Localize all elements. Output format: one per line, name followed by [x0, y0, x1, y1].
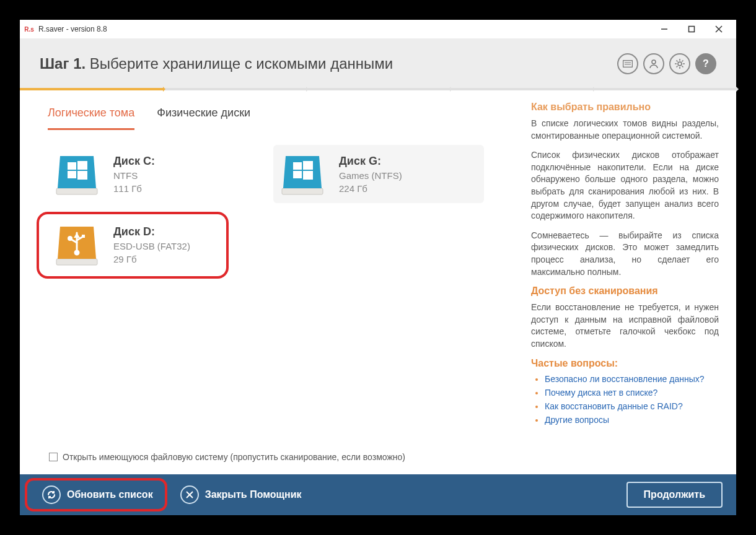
close-button[interactable] — [705, 20, 732, 38]
svg-rect-19 — [77, 161, 87, 170]
disk-grid: Диск C: NTFS 111 Гб Д — [48, 145, 525, 274]
disk-name: Диск G: — [339, 155, 402, 168]
svg-rect-25 — [293, 171, 302, 178]
help-paragraph: Список физических дисков отображает подк… — [531, 149, 719, 222]
refresh-icon — [42, 485, 61, 504]
svg-rect-22 — [282, 188, 323, 194]
disk-size: 224 Гб — [339, 183, 402, 194]
drive-windows-icon — [278, 151, 327, 197]
disk-item-g[interactable]: Диск G: Games (NTFS) 224 Гб — [273, 145, 484, 203]
disk-item-c[interactable]: Диск C: NTFS 111 Гб — [48, 145, 258, 203]
svg-rect-17 — [56, 188, 97, 194]
continue-label: Продолжить — [644, 489, 705, 500]
open-filesystem-checkbox[interactable]: Открыть имеющуюся файловую систему (проп… — [48, 448, 525, 468]
svg-rect-26 — [303, 171, 313, 180]
refresh-label: Обновить список — [67, 489, 153, 500]
license-icon[interactable] — [617, 53, 638, 74]
minimize-button[interactable] — [651, 20, 678, 38]
drive-windows-icon — [53, 151, 101, 197]
faq-link[interactable]: Другие вопросы — [545, 415, 719, 425]
svg-rect-27 — [56, 259, 97, 265]
content-area: Логические тома Физические диски — [20, 90, 736, 474]
progress-strip — [20, 88, 736, 90]
disk-fs: NTFS — [113, 170, 155, 181]
svg-rect-21 — [77, 171, 87, 180]
disk-fs: ESD-USB (FAT32) — [113, 241, 190, 251]
svg-line-13 — [677, 61, 678, 62]
maximize-button[interactable] — [678, 20, 705, 38]
help-heading-faq: Частые вопросы: — [531, 358, 719, 369]
disk-fs: Games (NTFS) — [339, 170, 402, 181]
close-label: Закрыть Помощник — [205, 489, 302, 500]
svg-rect-31 — [82, 235, 85, 238]
faq-link[interactable]: Как восстановить данные с RAID? — [545, 401, 719, 411]
svg-rect-1 — [689, 27, 695, 32]
svg-point-7 — [652, 60, 656, 64]
help-paragraph: Сомневаетесь — выбирайте из списка физич… — [531, 230, 719, 278]
app-icon: R.s — [24, 24, 35, 35]
help-heading-howto: Как выбрать правильно — [531, 102, 719, 113]
tab-logical-volumes[interactable]: Логические тома — [48, 102, 134, 130]
left-panel: Логические тома Физические диски — [48, 102, 525, 468]
svg-line-15 — [682, 61, 683, 62]
svg-point-29 — [75, 251, 79, 254]
disk-name: Диск C: — [113, 155, 155, 168]
svg-rect-24 — [303, 161, 313, 170]
svg-point-30 — [69, 237, 72, 240]
step-header: Шаг 1. Выберите хранилище с искомыми дан… — [20, 38, 736, 88]
titlebar: R.s R.saver - version 8.8 — [20, 20, 736, 38]
checkbox-icon — [49, 453, 58, 461]
window-title: R.saver - version 8.8 — [38, 25, 107, 33]
svg-rect-23 — [293, 162, 302, 170]
help-paragraph: В списке логических томов видны разделы,… — [531, 118, 719, 142]
tabs: Логические тома Физические диски — [48, 102, 525, 130]
help-sidebar: Как выбрать правильно В списке логически… — [525, 102, 719, 468]
faq-link[interactable]: Безопасно ли восстановление данных? — [545, 374, 719, 384]
footer-bar: Обновить список Закрыть Помощник Продолж… — [20, 474, 736, 515]
drive-usb-icon — [53, 222, 101, 268]
continue-button[interactable]: Продолжить — [626, 482, 723, 508]
help-heading-noscan: Доступ без сканирования — [531, 285, 719, 297]
disk-size: 111 Гб — [113, 183, 155, 194]
checkbox-label: Открыть имеющуюся файловую систему (проп… — [63, 452, 405, 462]
disk-size: 29 Гб — [113, 254, 190, 264]
tab-physical-disks[interactable]: Физические диски — [157, 102, 250, 130]
gear-icon[interactable] — [669, 53, 690, 74]
svg-rect-18 — [68, 162, 76, 170]
faq-list: Безопасно ли восстановление данных? Поче… — [531, 374, 719, 425]
svg-point-8 — [678, 62, 682, 66]
help-icon[interactable]: ? — [695, 53, 716, 74]
app-window: R.s R.saver - version 8.8 Шаг 1. Выберит… — [20, 20, 736, 515]
help-paragraph: Если восстановление не требуется, и нуже… — [531, 302, 719, 350]
svg-line-16 — [677, 66, 678, 67]
disk-item-d[interactable]: Диск D: ESD-USB (FAT32) 29 Гб — [48, 215, 258, 274]
disk-name: Диск D: — [113, 225, 190, 238]
close-assistant-button[interactable]: Закрыть Помощник — [172, 481, 310, 509]
user-icon[interactable] — [643, 53, 664, 74]
svg-rect-4 — [623, 61, 633, 67]
faq-link[interactable]: Почему диска нет в списке? — [545, 388, 719, 398]
close-icon — [180, 485, 199, 504]
refresh-list-button[interactable]: Обновить список — [33, 481, 162, 509]
svg-line-14 — [682, 66, 683, 67]
page-title: Шаг 1. Выберите хранилище с искомыми дан… — [40, 55, 393, 72]
svg-rect-20 — [68, 171, 76, 178]
